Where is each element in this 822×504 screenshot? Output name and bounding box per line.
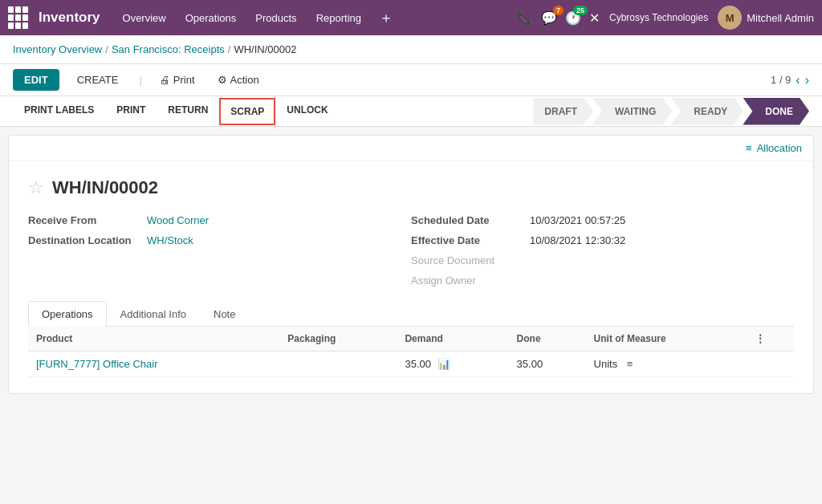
edit-button[interactable]: EDIT (13, 69, 59, 91)
col-demand: Demand (397, 327, 508, 352)
nav-add-icon[interactable]: ＋ (372, 5, 400, 30)
chat-badge: 7 (553, 6, 564, 15)
status-waiting: WAITING (592, 98, 672, 125)
nav-reporting[interactable]: Reporting (308, 7, 369, 29)
scheduled-date-label: Scheduled Date (411, 214, 523, 226)
app-grid-icon[interactable] (8, 6, 31, 29)
next-button[interactable]: › (805, 73, 809, 87)
breadcrumb-inventory[interactable]: Inventory Overview (13, 43, 102, 55)
scheduled-date-row: Scheduled Date 10/03/2021 00:57:25 (411, 214, 794, 226)
main-content: ≡ Allocation ☆ WH/IN/00002 Receive From … (0, 127, 822, 491)
user-name: Mitchell Admin (747, 12, 814, 24)
col-product: Product (28, 327, 279, 352)
activity-badge: 25 (573, 6, 588, 15)
prev-button[interactable]: ‹ (796, 73, 800, 87)
user-menu[interactable]: M Mitchell Admin (718, 6, 814, 30)
scheduled-date-value: 10/03/2021 00:57:25 (530, 214, 625, 226)
left-fields: Receive From Wood Corner Destination Loc… (28, 214, 411, 287)
allocation-button[interactable]: ≡ Allocation (746, 142, 802, 154)
effective-date-label: Effective Date (411, 234, 523, 246)
col-packaging: Packaging (279, 327, 397, 352)
user-avatar: M (718, 6, 742, 30)
chat-icon[interactable]: 💬 7 (541, 10, 557, 26)
print-labels-button[interactable]: PRINT LABELS (13, 96, 105, 126)
tab-operations[interactable]: Operations (28, 301, 107, 327)
nav-products[interactable]: Products (247, 7, 304, 29)
nav-overview[interactable]: Overview (115, 7, 174, 29)
assign-owner-field[interactable]: Assign Owner (411, 274, 476, 287)
operations-table: Product Packaging Demand Done Unit of Me… (28, 327, 794, 377)
unlock-button[interactable]: UNLOCK (275, 96, 339, 126)
destination-value[interactable]: WH/Stock (147, 234, 193, 246)
record-id: WH/IN/00002 (52, 177, 158, 198)
nav-operations[interactable]: Operations (177, 7, 245, 29)
source-doc-row: Source Document (411, 254, 794, 266)
receive-from-label: Receive From (28, 214, 140, 226)
status-pipeline: DRAFT WAITING READY DONE (534, 98, 809, 125)
product-cell[interactable]: [FURN_7777] Office Chair (28, 352, 279, 377)
print-icon: 🖨 (160, 74, 170, 86)
breadcrumb-receipts[interactable]: San Francisco: Receipts (112, 43, 225, 55)
effective-date-row: Effective Date 10/08/2021 12:30:32 (411, 234, 794, 246)
return-button[interactable]: RETURN (157, 96, 219, 126)
right-fields: Scheduled Date 10/03/2021 00:57:25 Effec… (411, 214, 794, 287)
destination-row: Destination Location WH/Stock (28, 234, 411, 246)
table-row: [FURN_7777] Office Chair 35.00 📊 35.00 U… (28, 352, 794, 377)
activity-icon[interactable]: 🕐 25 (565, 10, 581, 26)
top-nav: Inventory Overview Operations Products R… (0, 0, 822, 35)
destination-label: Destination Location (28, 234, 140, 246)
card-top-bar: ≡ Allocation (9, 136, 813, 161)
status-ready: READY (671, 98, 743, 125)
card-body: ☆ WH/IN/00002 Receive From Wood Corner D… (9, 161, 813, 393)
table-header-row: Product Packaging Demand Done Unit of Me… (28, 327, 794, 352)
print-button[interactable]: 🖨 Print (152, 69, 203, 91)
demand-cell: 35.00 📊 (397, 352, 508, 377)
effective-date-value: 10/08/2021 12:30:32 (530, 234, 625, 246)
chart-icon[interactable]: 📊 (437, 358, 450, 370)
tab-note[interactable]: Note (200, 301, 249, 327)
action-button[interactable]: ⚙ Action (210, 69, 267, 91)
tabs-row: Operations Additional Info Note (28, 301, 794, 327)
app-name: Inventory (39, 10, 100, 26)
status-bar: PRINT LABELS PRINT RETURN SCRAP UNLOCK D… (0, 96, 822, 127)
settings-icon[interactable]: ✕ (589, 10, 600, 26)
assign-owner-row: Assign Owner (411, 274, 794, 287)
operations-tab-content: Product Packaging Demand Done Unit of Me… (28, 327, 794, 377)
print-button-2[interactable]: PRINT (105, 96, 157, 126)
record-title-row: ☆ WH/IN/00002 (28, 177, 794, 198)
gear-icon: ⚙ (218, 74, 227, 86)
detail-icon[interactable]: ≡ (627, 358, 633, 370)
breadcrumb-current: WH/IN/00002 (234, 43, 296, 55)
status-done: DONE (743, 98, 809, 125)
col-done: Done (509, 327, 586, 352)
packaging-cell (279, 352, 397, 377)
action-bar: EDIT CREATE | 🖨 Print ⚙ Action 1 / 9 ‹ › (0, 64, 822, 96)
receive-from-value[interactable]: Wood Corner (147, 214, 209, 226)
record-fields: Receive From Wood Corner Destination Loc… (28, 214, 794, 287)
uom-cell: Units ≡ (586, 352, 747, 377)
status-draft: DRAFT (533, 98, 593, 125)
allocation-icon: ≡ (746, 142, 752, 154)
breadcrumb: Inventory Overview / San Francisco: Rece… (0, 35, 822, 64)
tab-additional-info[interactable]: Additional Info (107, 301, 200, 327)
phone-icon[interactable]: 📞 (517, 10, 533, 26)
col-uom: Unit of Measure (586, 327, 747, 352)
pager: 1 / 9 ‹ › (771, 73, 809, 87)
source-doc-field[interactable]: Source Document (411, 254, 494, 266)
pager-text: 1 / 9 (771, 74, 791, 86)
scrap-button[interactable]: SCRAP (219, 98, 275, 125)
favorite-star-icon[interactable]: ☆ (28, 177, 44, 198)
record-card: ≡ Allocation ☆ WH/IN/00002 Receive From … (8, 135, 814, 394)
create-button[interactable]: CREATE (66, 69, 130, 91)
receive-from-row: Receive From Wood Corner (28, 214, 411, 226)
col-menu-icon[interactable]: ⋮ (747, 327, 794, 352)
done-cell: 35.00 (509, 352, 586, 377)
company-name: Cybrosys Technologies (609, 12, 708, 23)
